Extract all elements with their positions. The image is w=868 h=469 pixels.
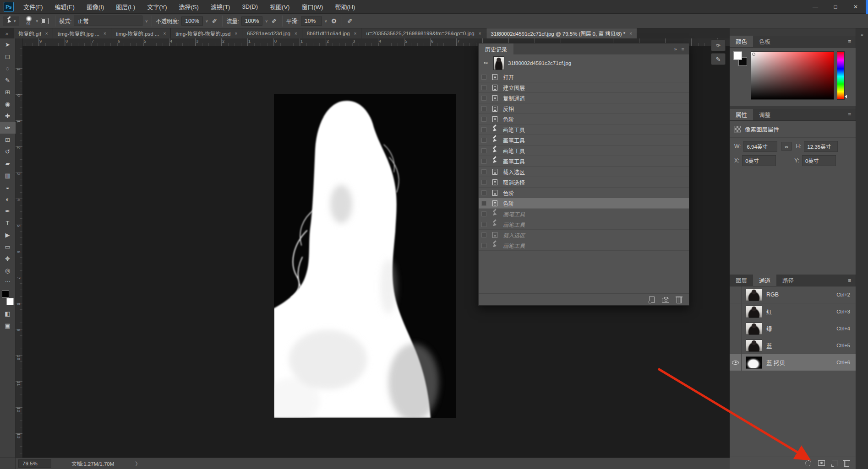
tool-button[interactable]: ✒ [0,205,16,217]
collapsed-panel-icon[interactable]: ✎ [711,53,726,65]
airbrush-icon[interactable]: ✐ [270,17,278,25]
history-brush-source-icon[interactable]: ✑ [482,60,490,66]
tool-button[interactable]: ▰ [0,157,16,169]
width-field[interactable]: 6.94英寸 [743,141,777,152]
quick-mask-button[interactable]: ◧ [0,307,16,319]
panel-menu-icon[interactable]: ≡ [682,46,684,52]
background-color-swatch[interactable] [6,298,14,305]
close-icon[interactable]: × [629,31,632,36]
document-tab[interactable]: timg-恢复的-恢复的.psd × [171,28,242,38]
history-item[interactable]: 打开 [479,72,689,82]
tool-button[interactable]: ▶ [0,229,16,241]
history-source-checkbox[interactable] [481,148,486,153]
history-source-checkbox[interactable] [481,85,486,90]
tool-button[interactable]: ✑ [0,122,16,134]
history-source-checkbox[interactable] [481,75,486,80]
menu-item[interactable]: 视图(V) [264,0,295,14]
hue-slider-marker[interactable] [845,95,847,98]
blend-mode-select[interactable]: 正常 [74,16,142,26]
close-icon[interactable]: × [104,31,106,36]
close-icon[interactable]: × [295,31,297,36]
close-icon[interactable]: × [45,31,48,36]
document-tab[interactable]: timg-恢复的.jpg ... × [53,28,111,38]
visibility-well[interactable] [730,337,742,354]
tab-channels[interactable]: 通道 [753,275,776,286]
tool-button[interactable]: ▭ [0,241,16,253]
delete-state-trash-icon[interactable] [677,297,682,303]
tool-button[interactable]: ▥ [0,169,16,181]
history-item[interactable]: 载入选区 [479,230,689,240]
tool-preset-picker[interactable]: ▾ [3,16,19,26]
history-item[interactable]: 画笔工具 [479,240,689,251]
tab-properties[interactable]: 属性 [730,109,753,120]
menu-item[interactable]: 滤镜(T) [205,0,236,14]
history-source-checkbox[interactable] [481,180,486,185]
color-swatches[interactable] [1,290,14,306]
screen-mode-button[interactable]: ▣ [0,319,16,331]
tool-button[interactable]: ⊞ [0,86,16,98]
edit-toolbar-button[interactable]: ⋯ [0,276,16,286]
document-tab[interactable]: 31f80002d4591c2c71cf.jpg @ 79.5% (图层 0, … [486,28,637,38]
status-chevron-icon[interactable]: 〉 [135,460,141,467]
panel-menu-icon[interactable]: ≡ [848,109,856,120]
load-channel-as-selection-icon[interactable] [805,460,811,466]
history-source-checkbox[interactable] [481,117,486,122]
hue-slider[interactable] [837,51,845,100]
link-dimensions-icon[interactable]: ∞ [781,142,792,151]
document-tab[interactable]: 8b6f1df11c6a4.jpg × [302,28,362,38]
panel-menu-icon[interactable]: ≡ [848,275,856,286]
foreground-color-swatch[interactable] [2,291,9,298]
menu-item[interactable]: 文件(F) [17,0,49,14]
history-source-checkbox[interactable] [481,106,486,111]
tool-button[interactable]: ◎ [0,264,16,276]
tool-button[interactable]: ➤ [0,38,16,50]
history-item[interactable]: 画笔工具 [479,209,689,219]
document-tab[interactable]: timg-恢复的.psd ... × [111,28,171,38]
zoom-level-field[interactable]: 79.5% [18,459,51,468]
tool-button[interactable]: ◌ [0,62,16,74]
channel-thumbnail[interactable] [746,340,762,352]
tab-swatches[interactable]: 色板 [753,36,776,47]
history-item[interactable]: 画笔工具 [479,135,689,146]
tab-adjustments[interactable]: 调整 [753,109,776,120]
menu-item[interactable]: 文字(Y) [141,0,173,14]
maximize-button[interactable]: □ [825,0,846,14]
history-source-checkbox[interactable] [481,190,486,195]
history-item[interactable]: 画笔工具 [479,124,689,135]
document-tab[interactable]: 65281aecd23d.jpg × [242,28,302,38]
channel-thumbnail[interactable] [746,289,762,301]
pressure-size-icon[interactable]: ✐ [346,17,354,25]
history-item[interactable]: 建立图层 [479,82,689,93]
minimize-button[interactable]: — [805,0,825,14]
history-source-checkbox[interactable] [481,169,486,174]
channel-row[interactable]: 蓝 拷贝 Ctrl+6 [730,354,856,371]
color-cursor[interactable] [752,53,755,56]
tool-button[interactable]: ✚ [0,110,16,122]
tab-paths[interactable]: 路径 [776,275,800,286]
tool-button[interactable]: ◒ [0,181,16,193]
tool-button[interactable]: ◉ [0,98,16,110]
tab-color[interactable]: 颜色 [730,36,753,47]
saturation-brightness-field[interactable] [751,51,834,100]
tool-button[interactable]: ◻ [0,50,16,62]
channel-row[interactable]: 绿 Ctrl+4 [730,320,856,337]
panel-collapse-icon[interactable]: » [674,46,677,52]
visibility-well[interactable] [730,303,742,320]
history-item[interactable]: 画笔工具 [479,219,689,230]
history-item[interactable]: 反相 [479,103,689,114]
save-selection-as-channel-icon[interactable] [818,460,825,466]
menu-item[interactable]: 窗口(W) [295,0,329,14]
visibility-well[interactable] [730,354,742,371]
document-tab[interactable]: u=2035535625,2169898199&fm=26&qp=0.jpg × [361,28,486,38]
menu-item[interactable]: 图层(L) [110,0,141,14]
history-item[interactable]: 载入选区 [479,167,689,177]
close-icon[interactable]: × [235,31,237,36]
history-source-checkbox[interactable] [481,127,486,132]
tool-button[interactable]: ✎ [0,74,16,86]
history-item[interactable]: 色阶 [479,188,689,198]
visibility-well[interactable] [730,320,742,337]
menu-item[interactable]: 选择(S) [173,0,204,14]
foreground-color-swatch[interactable] [733,51,742,60]
new-channel-icon[interactable] [832,460,837,466]
history-source-checkbox[interactable] [481,243,486,248]
